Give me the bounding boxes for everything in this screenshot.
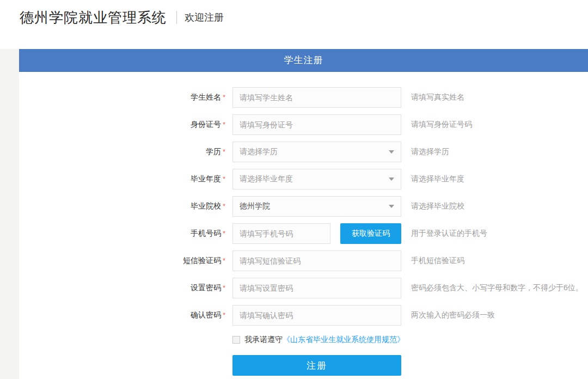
phone-input[interactable] [232,223,330,244]
field-label: 确认密码* [19,310,232,320]
id-number-input[interactable] [232,114,401,135]
required-asterisk: * [223,175,225,183]
field-label: 学生姓名* [19,93,232,102]
field-hint: 密码必须包含大、小写字母和数字，不得少于6位。 [411,283,583,293]
form-row-confirm-password: 确认密码* 两次输入的密码必须一致 [19,305,588,326]
page-header: 德州学院就业管理系统 欢迎注册 [0,0,588,49]
get-sms-code-button[interactable]: 获取验证码 [340,223,401,244]
required-asterisk: * [223,148,225,156]
field-hint: 两次输入的密码必须一致 [411,310,495,320]
main-area: 学生注册 学生姓名* 请填写真实姓名 身份证号* 请填写 [0,49,588,379]
page: 德州学院就业管理系统 欢迎注册 学生注册 学生姓名* 请填写真实姓名 身 [0,0,588,379]
graduation-year-select[interactable]: 请选择毕业年度 [232,169,401,190]
password-input[interactable] [232,278,401,298]
form-row-graduation-year: 毕业年度* 请选择毕业年度 请选择毕业年度 [19,169,588,190]
panel-title: 学生注册 [284,54,323,66]
field-hint: 用于登录认证的手机号 [411,229,487,239]
chevron-down-icon [389,150,394,154]
field-hint: 请选择毕业院校 [411,201,464,211]
field-label: 毕业年度* [19,174,232,184]
form-row-sms-code: 短信验证码* 手机短信验证码 [19,250,588,271]
chevron-down-icon [389,205,394,208]
required-asterisk: * [223,229,225,237]
required-asterisk: * [223,311,225,319]
field-label: 毕业院校* [19,201,232,211]
header-divider [176,11,177,24]
chevron-down-icon [389,178,394,181]
form-row-id-number: 身份证号* 请填写身份证号码 [19,114,588,135]
field-hint: 请选择学历 [411,147,449,157]
field-hint: 请填写真实姓名 [411,93,464,102]
field-label: 身份证号* [19,120,232,130]
welcome-subtitle: 欢迎注册 [185,11,224,24]
field-hint: 请选择毕业年度 [411,174,464,184]
field-hint: 请填写身份证号码 [411,120,472,130]
register-button[interactable]: 注册 [232,355,401,376]
agreement-row: 我承诺遵守 《山东省毕业生就业系统使用规范》 [232,335,588,345]
field-hint: 手机短信验证码 [411,256,464,266]
form-row-student-name: 学生姓名* 请填写真实姓名 [19,87,588,108]
graduation-school-select[interactable]: 德州学院 [232,196,401,217]
form-row-phone: 手机号码* 获取验证码 用于登录认证的手机号 [19,223,588,244]
registration-panel: 学生注册 学生姓名* 请填写真实姓名 身份证号* 请填写 [19,49,588,379]
required-asterisk: * [223,93,225,101]
required-asterisk: * [223,256,225,265]
form-row-password: 设置密码* 密码必须包含大、小写字母和数字，不得少于6位。 [19,278,588,298]
sms-code-input[interactable] [232,250,401,271]
required-asterisk: * [223,202,225,210]
required-asterisk: * [223,120,225,129]
education-select[interactable]: 请选择学历 [232,142,401,162]
field-label: 设置密码* [19,283,232,293]
agreement-checkbox[interactable] [232,336,240,344]
field-label: 手机号码* [19,229,232,239]
student-name-input[interactable] [232,87,401,108]
site-title: 德州学院就业管理系统 [20,8,167,27]
panel-header: 学生注册 [19,49,588,72]
field-label: 学历* [19,147,232,157]
agreement-text: 我承诺遵守 [244,335,283,345]
required-asterisk: * [223,284,225,292]
field-label: 短信验证码* [19,256,232,266]
registration-form: 学生姓名* 请填写真实姓名 身份证号* 请填写身份证号码 学历* [19,72,588,376]
confirm-password-input[interactable] [232,305,401,326]
usage-policy-link[interactable]: 《山东省毕业生就业系统使用规范》 [283,335,405,345]
form-row-education: 学历* 请选择学历 请选择学历 [19,142,588,162]
form-row-graduation-school: 毕业院校* 德州学院 请选择毕业院校 [19,196,588,217]
